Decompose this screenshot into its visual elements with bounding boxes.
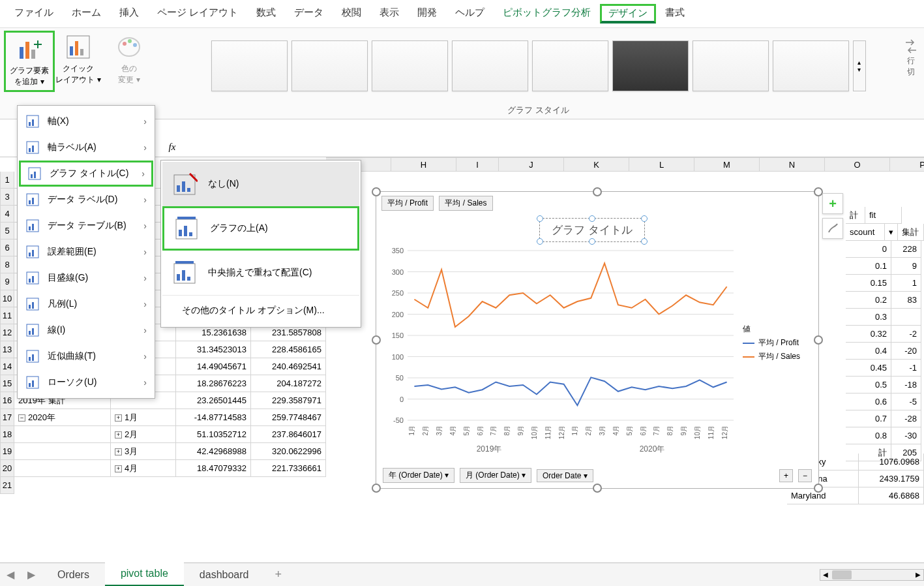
dd-item-trendline[interactable]: 近似曲線(T)›	[19, 343, 153, 369]
cell[interactable]: 221.7336661	[251, 460, 326, 477]
horizontal-scrollbar[interactable]: ◀ ▶	[820, 569, 924, 581]
row-header-14[interactable]: 14	[0, 358, 14, 375]
cell[interactable]: -2	[891, 326, 921, 343]
scroll-right-arrow[interactable]: ▶	[913, 571, 923, 578]
row-header-12[interactable]: 12	[0, 324, 14, 341]
new-sheet-button[interactable]: +	[264, 563, 292, 586]
row-header-1[interactable]: 1	[0, 172, 14, 189]
cell[interactable]: 9	[891, 258, 921, 275]
cell[interactable]: 0.7	[846, 410, 891, 427]
menu-insert[interactable]: 挿入	[110, 4, 148, 23]
cell[interactable]: 14.49045671	[176, 358, 251, 375]
chart-elements-side-button[interactable]: +	[822, 193, 843, 214]
row-header-15[interactable]: 15	[0, 375, 14, 392]
scroll-left-arrow[interactable]: ◀	[820, 571, 831, 578]
row-header-10[interactable]: 10	[0, 290, 14, 307]
row-header-16[interactable]: 16	[0, 392, 14, 409]
chart-style-6[interactable]	[612, 40, 689, 91]
menu-home[interactable]: ホーム	[63, 4, 110, 23]
row-header-19[interactable]: 19	[0, 443, 14, 460]
row-header-3[interactable]: 3	[0, 189, 14, 206]
more-title-options[interactable]: その他のタイトル オプション(M)...	[162, 295, 359, 326]
row-header-5[interactable]: 5	[0, 223, 14, 239]
cell[interactable]: 0.32	[846, 326, 891, 343]
cell[interactable]: 1076.0968	[859, 454, 924, 470]
chart-style-more-button[interactable]: ▴▾	[853, 40, 866, 91]
cell[interactable]: 204.187272	[251, 375, 326, 392]
field-month[interactable]: 月 (Order Date) ▾	[460, 468, 531, 483]
dd-item-candlestick[interactable]: ローソク(U)›	[19, 369, 153, 395]
title-handle[interactable]	[641, 215, 648, 222]
chart-style-3[interactable]	[372, 40, 448, 91]
field-orderdate[interactable]: Order Date ▾	[537, 469, 593, 482]
cell[interactable]: 0.3	[846, 309, 891, 326]
cell[interactable]: -20	[891, 343, 921, 360]
formula-input[interactable]	[185, 138, 921, 157]
cell[interactable]: 0.15	[846, 275, 891, 292]
cell[interactable]: fit	[865, 207, 902, 224]
cell[interactable]: 0.1	[846, 258, 891, 275]
expand-button[interactable]: +	[779, 469, 793, 482]
cell[interactable]: Maryland	[787, 487, 859, 504]
cell[interactable]: 0.6	[846, 393, 891, 410]
chart-style-2[interactable]	[291, 40, 368, 91]
dd-item-lines[interactable]: 線(I)›	[19, 317, 153, 343]
resize-handle-n[interactable]	[593, 187, 602, 196]
menu-design[interactable]: デザイン	[600, 4, 656, 23]
menu-format[interactable]: 書式	[656, 4, 694, 23]
col-header-m[interactable]: M	[694, 157, 760, 172]
chart-title-option-above[interactable]: グラフの上(A)	[162, 206, 359, 251]
col-header-h[interactable]: H	[391, 157, 456, 172]
chart-title-option-none[interactable]: なし(N)	[162, 162, 359, 206]
menu-formulas[interactable]: 数式	[247, 4, 285, 23]
row-header-11[interactable]: 11	[0, 307, 14, 324]
dd-item-axis-label[interactable]: 軸ラベル(A)›	[19, 134, 153, 161]
chart-style-8[interactable]	[773, 40, 849, 91]
resize-handle-se[interactable]	[814, 484, 823, 493]
resize-handle-nw[interactable]	[372, 187, 381, 196]
cell[interactable]	[14, 443, 111, 460]
cell[interactable]: 229.3587971	[251, 392, 326, 409]
cell[interactable]: -30	[891, 427, 921, 444]
cell[interactable]: 0.5	[846, 377, 891, 393]
dd-item-legend[interactable]: 凡例(L)›	[19, 291, 153, 317]
row-header-18[interactable]: 18	[0, 426, 14, 443]
cell[interactable]: 51.10352712	[176, 426, 251, 443]
cell[interactable]: 0.45	[846, 360, 891, 377]
cell[interactable]: −2020年	[14, 409, 111, 426]
cell[interactable]: +3月	[111, 443, 176, 460]
chart-style-4[interactable]	[452, 40, 528, 91]
cell[interactable]: 259.7748467	[251, 409, 326, 426]
chart-legend[interactable]: 値 平均 / Profit 平均 / Sales	[740, 322, 812, 363]
resize-handle-s[interactable]	[593, 484, 602, 493]
menu-data[interactable]: データ	[285, 4, 333, 23]
fx-icon[interactable]: fx	[159, 142, 185, 153]
cell[interactable]: 83	[891, 292, 921, 309]
row-header-17[interactable]: 17	[0, 409, 14, 426]
row-header-9[interactable]: 9	[0, 273, 14, 290]
filter-dropdown[interactable]: ▾	[885, 224, 898, 241]
collapse-button[interactable]: −	[798, 469, 812, 482]
cell[interactable]: 237.8646017	[251, 426, 326, 443]
tab-dashboard[interactable]: dashboard	[184, 564, 265, 586]
col-header-l[interactable]: L	[629, 157, 694, 172]
col-header-k[interactable]: K	[564, 157, 629, 172]
cell[interactable]: +1月	[111, 409, 176, 426]
col-header-n[interactable]: N	[760, 157, 825, 172]
row-header-21[interactable]: 21	[0, 477, 14, 494]
ribbon-right-group[interactable]: 行 切	[901, 33, 921, 82]
cell[interactable]: 18.28676223	[176, 375, 251, 392]
menu-pivot-chart-analysis[interactable]: ピボットグラフ分析	[494, 4, 600, 23]
cell[interactable]: 2439.1759	[859, 470, 924, 487]
cell[interactable]: 1	[891, 275, 921, 292]
quick-layout-button[interactable]: クイック レイアウト ▾	[55, 31, 102, 92]
cell[interactable]: 0.4	[846, 343, 891, 360]
dd-item-chart-title[interactable]: グラフ タイトル(C)›	[19, 161, 153, 187]
resize-handle-w[interactable]	[372, 335, 381, 345]
dd-item-data-label[interactable]: データ ラベル(D)›	[19, 187, 153, 213]
cell[interactable]: 228.4586165	[251, 341, 326, 358]
row-header-20[interactable]: 20	[0, 460, 14, 477]
pivot-chart[interactable]: + 平均 / Profit 平均 / Sales グラフ タイトル -50050…	[376, 191, 819, 489]
cell[interactable]: -1	[891, 360, 921, 377]
row-header-6[interactable]: 6	[0, 239, 14, 256]
